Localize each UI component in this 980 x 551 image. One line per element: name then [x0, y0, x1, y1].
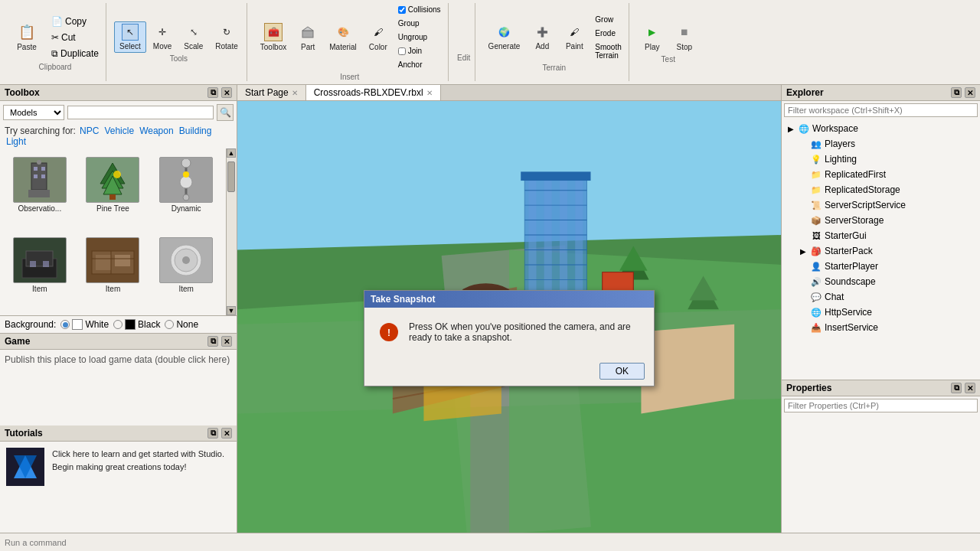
- explorer-float-button[interactable]: ⧉: [951, 87, 962, 98]
- erode-button[interactable]: Erode: [591, 27, 625, 40]
- properties-close-button[interactable]: ✕: [965, 383, 975, 393]
- suggestion-building[interactable]: Building: [179, 126, 212, 136]
- game-panel-content[interactable]: Publish this place to load game data (do…: [0, 350, 237, 425]
- join-checkbox[interactable]: [398, 47, 406, 55]
- explorer-search-input[interactable]: [784, 103, 978, 117]
- stop-button[interactable]: ⏹ Stop: [669, 21, 700, 54]
- ungroup-button[interactable]: Ungroup: [394, 31, 445, 44]
- anchor-button[interactable]: Anchor: [394, 58, 445, 71]
- starter-gui-label: StarterGui: [825, 230, 867, 241]
- tree-server-storage[interactable]: 📦 ServerStorage: [783, 213, 978, 228]
- command-input[interactable]: [5, 538, 975, 547]
- join-button[interactable]: Join: [394, 44, 445, 57]
- tree-replicated-storage[interactable]: 📁 ReplicatedStorage: [783, 182, 978, 197]
- copy-button[interactable]: 📄Copy: [47, 14, 103, 29]
- duplicate-button[interactable]: ⧉Duplicate: [47, 46, 103, 61]
- crossroads-close[interactable]: ✕: [426, 89, 433, 97]
- tree-players[interactable]: 👥 Players: [783, 136, 978, 152]
- bg-none-radio[interactable]: [165, 320, 174, 329]
- scroll-up-btn[interactable]: ▲: [227, 148, 236, 158]
- start-page-tab[interactable]: Start Page ✕: [237, 85, 306, 100]
- toolbox-float-button[interactable]: ⧉: [207, 87, 218, 98]
- tree-server-script-service[interactable]: 📜 ServerScriptService: [783, 197, 978, 213]
- bg-white-option[interactable]: White: [60, 319, 109, 330]
- suggestion-vehicle[interactable]: Vehicle: [104, 126, 134, 136]
- scale-button[interactable]: ⤡ Scale: [178, 21, 208, 53]
- explorer-filter: [782, 101, 980, 119]
- cut-button[interactable]: ✂Cut: [47, 30, 103, 45]
- scroll-down-btn[interactable]: ▼: [227, 306, 236, 315]
- bg-white-radio[interactable]: [60, 320, 70, 329]
- suggestion-weapon[interactable]: Weapon: [139, 126, 173, 136]
- collisions-button[interactable]: Collisions: [394, 3, 445, 16]
- svg-point-13: [113, 171, 121, 178]
- generate-button[interactable]: 🌍 Generate: [483, 13, 526, 62]
- search-button[interactable]: 🔍: [217, 104, 234, 121]
- bg-black-radio[interactable]: [113, 320, 122, 329]
- replicated-storage-icon: 📁: [810, 184, 822, 196]
- properties-search-input[interactable]: [784, 399, 978, 412]
- smooth-terrain-button[interactable]: SmoothTerrain: [591, 41, 625, 62]
- svg-rect-25: [115, 255, 130, 266]
- select-button[interactable]: ↖ Select: [114, 21, 146, 53]
- bg-black-option[interactable]: Black: [113, 319, 160, 330]
- explorer-close-button[interactable]: ✕: [965, 87, 975, 98]
- tree-workspace[interactable]: ▶ 🌐 Workspace: [783, 121, 978, 136]
- start-page-close[interactable]: ✕: [292, 89, 298, 97]
- game-close-button[interactable]: ✕: [221, 336, 232, 347]
- rotate-button[interactable]: ↻ Rotate: [210, 21, 243, 53]
- tutorials-close-button[interactable]: ✕: [221, 428, 232, 439]
- model-item-observatory[interactable]: Observatio...: [5, 153, 75, 230]
- group-button[interactable]: Group: [394, 17, 445, 30]
- command-bar: [0, 533, 980, 551]
- model-item-5[interactable]: Item: [78, 233, 149, 311]
- paint-terrain-button[interactable]: 🖌 Paint: [559, 13, 590, 62]
- model-item-6[interactable]: Item: [151, 233, 221, 311]
- tree-replicated-first[interactable]: 📁 ReplicatedFirst: [783, 167, 978, 182]
- tree-starter-pack[interactable]: ▶ 🎒 StarterPack: [783, 243, 978, 259]
- suggestion-npc[interactable]: NPC: [80, 126, 99, 136]
- tree-lighting[interactable]: 💡 Lighting: [783, 152, 978, 167]
- tree-chat[interactable]: 💬 Chat: [783, 289, 978, 305]
- model-item-4[interactable]: Item: [5, 233, 75, 311]
- paste-button[interactable]: 📋 Paste: [8, 14, 46, 61]
- color-button[interactable]: 🖌 Color: [364, 21, 393, 54]
- collisions-checkbox[interactable]: [398, 6, 406, 14]
- tree-starter-player[interactable]: 👤 StarterPlayer: [783, 259, 978, 274]
- model-category-dropdown[interactable]: Models: [3, 105, 64, 120]
- tree-http-service[interactable]: 🌐 HttpService: [783, 305, 978, 320]
- explorer-controls: ⧉ ✕: [951, 87, 975, 98]
- tree-starter-gui[interactable]: 🖼 StarterGui: [783, 228, 978, 243]
- game-float-button[interactable]: ⧉: [207, 336, 218, 347]
- tree-insert-service[interactable]: 📥 InsertService: [783, 320, 978, 335]
- bg-none-option[interactable]: None: [165, 319, 198, 330]
- suggestion-light[interactable]: Light: [6, 136, 26, 147]
- explorer-header: Explorer ⧉ ✕: [782, 85, 980, 101]
- toolbox-close-button[interactable]: ✕: [221, 87, 232, 98]
- toolbox-button[interactable]: 🧰 Toolbox: [255, 21, 292, 54]
- tutorials-float-button[interactable]: ⧉: [207, 428, 218, 439]
- crossroads-tab[interactable]: Crossroads-RBLXDEV.rbxl ✕: [306, 85, 441, 100]
- add-terrain-icon: ➕: [534, 24, 550, 41]
- move-button[interactable]: ✛ Move: [148, 21, 177, 53]
- move-icon: ✛: [154, 24, 171, 41]
- play-button[interactable]: ▶ Play: [637, 21, 668, 54]
- grow-button[interactable]: Grow: [591, 13, 625, 26]
- tree-soundscape[interactable]: 🔊 Soundscape: [783, 274, 978, 289]
- tutorial-content[interactable]: Click here to learn and get started with…: [0, 442, 237, 533]
- model-item-dynamic[interactable]: Dynamic: [151, 153, 221, 230]
- tutorials-header: Tutorials ⧉ ✕: [0, 425, 237, 442]
- ok-button[interactable]: OK: [599, 363, 645, 380]
- viewport[interactable]: Take Snapshot ! Press OK when you've pos…: [237, 101, 781, 533]
- clipboard-section: 📋 Paste 📄Copy ✂Cut ⧉Duplicate Clipboard: [5, 3, 106, 81]
- search-input[interactable]: [67, 106, 214, 119]
- part-button[interactable]: Part: [293, 21, 322, 54]
- material-button[interactable]: 🎨 Material: [324, 21, 362, 54]
- model-item-pine-tree[interactable]: Pine Tree: [78, 153, 149, 230]
- terrain-section: 🌍 Generate ➕ Add 🖌 Paint Grow Erode: [480, 3, 629, 81]
- game-panel-controls: ⧉ ✕: [207, 336, 232, 347]
- add-terrain-button[interactable]: ➕ Add: [527, 13, 557, 62]
- chat-icon: 💬: [810, 291, 822, 303]
- properties-float-button[interactable]: ⧉: [951, 383, 962, 393]
- toolbox-scrollbar[interactable]: ▲ ▼: [226, 148, 237, 315]
